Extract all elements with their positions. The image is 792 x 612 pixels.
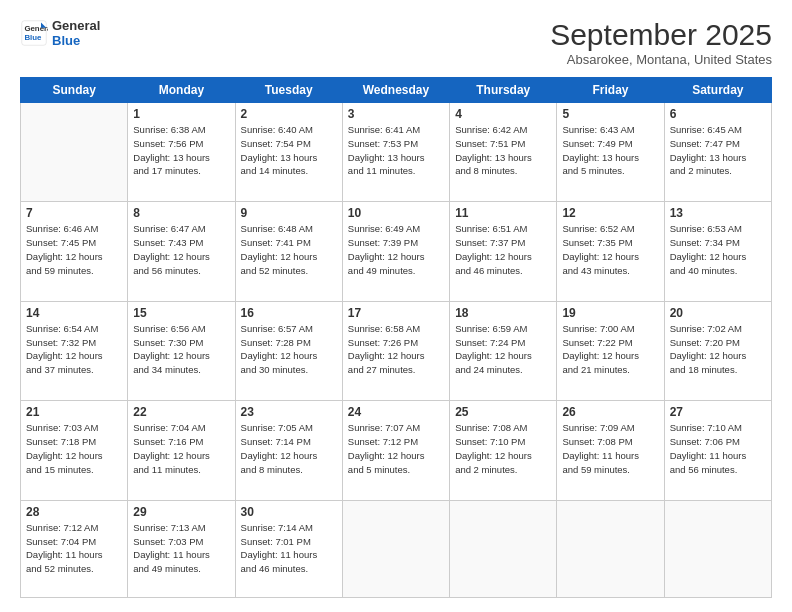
calendar-cell: 12Sunrise: 6:52 AMSunset: 7:35 PMDayligh…: [557, 202, 664, 301]
calendar-cell: 6Sunrise: 6:45 AMSunset: 7:47 PMDaylight…: [664, 103, 771, 202]
calendar-cell: [342, 500, 449, 597]
day-number: 8: [133, 206, 229, 220]
day-number: 9: [241, 206, 337, 220]
day-info: Sunrise: 7:04 AMSunset: 7:16 PMDaylight:…: [133, 421, 229, 476]
calendar-cell: 4Sunrise: 6:42 AMSunset: 7:51 PMDaylight…: [450, 103, 557, 202]
calendar-cell: 11Sunrise: 6:51 AMSunset: 7:37 PMDayligh…: [450, 202, 557, 301]
calendar-cell: [557, 500, 664, 597]
calendar-cell: 14Sunrise: 6:54 AMSunset: 7:32 PMDayligh…: [21, 301, 128, 400]
day-number: 25: [455, 405, 551, 419]
day-number: 20: [670, 306, 766, 320]
calendar-cell: 16Sunrise: 6:57 AMSunset: 7:28 PMDayligh…: [235, 301, 342, 400]
calendar-cell: [21, 103, 128, 202]
day-info: Sunrise: 6:51 AMSunset: 7:37 PMDaylight:…: [455, 222, 551, 277]
calendar-cell: 15Sunrise: 6:56 AMSunset: 7:30 PMDayligh…: [128, 301, 235, 400]
day-info: Sunrise: 7:00 AMSunset: 7:22 PMDaylight:…: [562, 322, 658, 377]
calendar-week-row: 28Sunrise: 7:12 AMSunset: 7:04 PMDayligh…: [21, 500, 772, 597]
weekday-header: Monday: [128, 78, 235, 103]
day-number: 22: [133, 405, 229, 419]
day-number: 3: [348, 107, 444, 121]
day-info: Sunrise: 6:40 AMSunset: 7:54 PMDaylight:…: [241, 123, 337, 178]
day-info: Sunrise: 6:56 AMSunset: 7:30 PMDaylight:…: [133, 322, 229, 377]
calendar-cell: 3Sunrise: 6:41 AMSunset: 7:53 PMDaylight…: [342, 103, 449, 202]
calendar-week-row: 14Sunrise: 6:54 AMSunset: 7:32 PMDayligh…: [21, 301, 772, 400]
day-number: 27: [670, 405, 766, 419]
weekday-header-row: SundayMondayTuesdayWednesdayThursdayFrid…: [21, 78, 772, 103]
month-title: September 2025: [550, 18, 772, 52]
page: General Blue General Blue September 2025…: [0, 0, 792, 612]
day-info: Sunrise: 6:54 AMSunset: 7:32 PMDaylight:…: [26, 322, 122, 377]
day-info: Sunrise: 7:05 AMSunset: 7:14 PMDaylight:…: [241, 421, 337, 476]
calendar-cell: 30Sunrise: 7:14 AMSunset: 7:01 PMDayligh…: [235, 500, 342, 597]
calendar-cell: 29Sunrise: 7:13 AMSunset: 7:03 PMDayligh…: [128, 500, 235, 597]
day-info: Sunrise: 7:09 AMSunset: 7:08 PMDaylight:…: [562, 421, 658, 476]
weekday-header: Sunday: [21, 78, 128, 103]
calendar-cell: [450, 500, 557, 597]
calendar-week-row: 1Sunrise: 6:38 AMSunset: 7:56 PMDaylight…: [21, 103, 772, 202]
calendar-cell: 27Sunrise: 7:10 AMSunset: 7:06 PMDayligh…: [664, 401, 771, 500]
day-info: Sunrise: 6:49 AMSunset: 7:39 PMDaylight:…: [348, 222, 444, 277]
day-number: 16: [241, 306, 337, 320]
day-number: 1: [133, 107, 229, 121]
location: Absarokee, Montana, United States: [550, 52, 772, 67]
day-number: 10: [348, 206, 444, 220]
day-number: 29: [133, 505, 229, 519]
day-info: Sunrise: 6:48 AMSunset: 7:41 PMDaylight:…: [241, 222, 337, 277]
day-number: 17: [348, 306, 444, 320]
calendar-cell: 13Sunrise: 6:53 AMSunset: 7:34 PMDayligh…: [664, 202, 771, 301]
day-number: 30: [241, 505, 337, 519]
calendar-week-row: 7Sunrise: 6:46 AMSunset: 7:45 PMDaylight…: [21, 202, 772, 301]
calendar-cell: 10Sunrise: 6:49 AMSunset: 7:39 PMDayligh…: [342, 202, 449, 301]
day-info: Sunrise: 6:58 AMSunset: 7:26 PMDaylight:…: [348, 322, 444, 377]
calendar-cell: 20Sunrise: 7:02 AMSunset: 7:20 PMDayligh…: [664, 301, 771, 400]
day-number: 26: [562, 405, 658, 419]
calendar-cell: 26Sunrise: 7:09 AMSunset: 7:08 PMDayligh…: [557, 401, 664, 500]
svg-text:General: General: [24, 24, 48, 33]
calendar-cell: 7Sunrise: 6:46 AMSunset: 7:45 PMDaylight…: [21, 202, 128, 301]
day-info: Sunrise: 6:57 AMSunset: 7:28 PMDaylight:…: [241, 322, 337, 377]
day-number: 4: [455, 107, 551, 121]
day-info: Sunrise: 7:14 AMSunset: 7:01 PMDaylight:…: [241, 521, 337, 576]
day-info: Sunrise: 6:42 AMSunset: 7:51 PMDaylight:…: [455, 123, 551, 178]
calendar-cell: 8Sunrise: 6:47 AMSunset: 7:43 PMDaylight…: [128, 202, 235, 301]
day-number: 14: [26, 306, 122, 320]
day-number: 21: [26, 405, 122, 419]
calendar-week-row: 21Sunrise: 7:03 AMSunset: 7:18 PMDayligh…: [21, 401, 772, 500]
calendar-table: SundayMondayTuesdayWednesdayThursdayFrid…: [20, 77, 772, 598]
calendar-cell: 5Sunrise: 6:43 AMSunset: 7:49 PMDaylight…: [557, 103, 664, 202]
header: General Blue General Blue September 2025…: [20, 18, 772, 67]
day-number: 13: [670, 206, 766, 220]
day-number: 24: [348, 405, 444, 419]
calendar-cell: 2Sunrise: 6:40 AMSunset: 7:54 PMDaylight…: [235, 103, 342, 202]
weekday-header: Saturday: [664, 78, 771, 103]
calendar-cell: 24Sunrise: 7:07 AMSunset: 7:12 PMDayligh…: [342, 401, 449, 500]
weekday-header: Friday: [557, 78, 664, 103]
day-number: 28: [26, 505, 122, 519]
day-number: 23: [241, 405, 337, 419]
day-number: 12: [562, 206, 658, 220]
calendar-cell: 9Sunrise: 6:48 AMSunset: 7:41 PMDaylight…: [235, 202, 342, 301]
calendar-cell: 25Sunrise: 7:08 AMSunset: 7:10 PMDayligh…: [450, 401, 557, 500]
day-info: Sunrise: 7:07 AMSunset: 7:12 PMDaylight:…: [348, 421, 444, 476]
day-info: Sunrise: 7:08 AMSunset: 7:10 PMDaylight:…: [455, 421, 551, 476]
logo: General Blue General Blue: [20, 18, 100, 48]
day-info: Sunrise: 7:02 AMSunset: 7:20 PMDaylight:…: [670, 322, 766, 377]
weekday-header: Tuesday: [235, 78, 342, 103]
day-info: Sunrise: 6:43 AMSunset: 7:49 PMDaylight:…: [562, 123, 658, 178]
svg-text:Blue: Blue: [24, 33, 42, 42]
calendar-cell: 28Sunrise: 7:12 AMSunset: 7:04 PMDayligh…: [21, 500, 128, 597]
day-info: Sunrise: 7:10 AMSunset: 7:06 PMDaylight:…: [670, 421, 766, 476]
logo-icon: General Blue: [20, 19, 48, 47]
calendar-cell: 1Sunrise: 6:38 AMSunset: 7:56 PMDaylight…: [128, 103, 235, 202]
calendar-cell: [664, 500, 771, 597]
day-info: Sunrise: 6:52 AMSunset: 7:35 PMDaylight:…: [562, 222, 658, 277]
day-info: Sunrise: 6:53 AMSunset: 7:34 PMDaylight:…: [670, 222, 766, 277]
day-number: 7: [26, 206, 122, 220]
day-number: 2: [241, 107, 337, 121]
day-info: Sunrise: 7:13 AMSunset: 7:03 PMDaylight:…: [133, 521, 229, 576]
day-number: 6: [670, 107, 766, 121]
weekday-header: Wednesday: [342, 78, 449, 103]
calendar-cell: 22Sunrise: 7:04 AMSunset: 7:16 PMDayligh…: [128, 401, 235, 500]
calendar-cell: 17Sunrise: 6:58 AMSunset: 7:26 PMDayligh…: [342, 301, 449, 400]
day-number: 11: [455, 206, 551, 220]
